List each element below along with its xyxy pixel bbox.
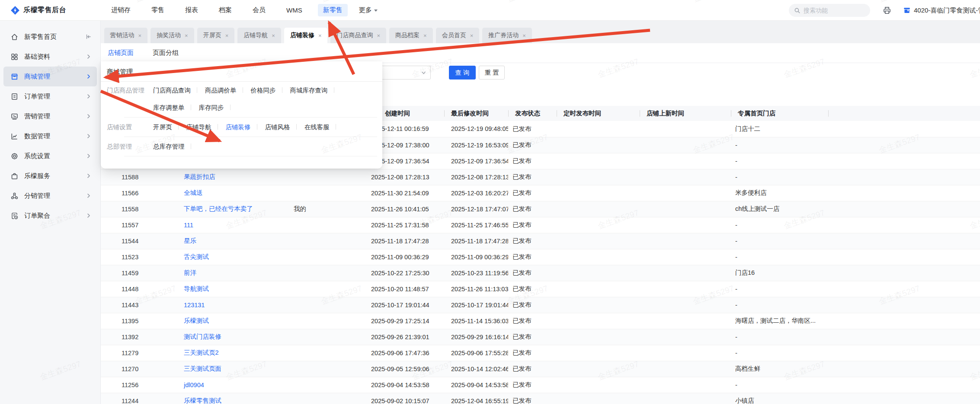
chevron-right-icon[interactable] — [86, 73, 92, 80]
sub-tab[interactable]: 店铺页面 — [108, 43, 134, 63]
top-nav-item[interactable]: 会员 — [247, 4, 271, 16]
chevron-right-icon[interactable] — [86, 153, 92, 159]
function-search[interactable] — [789, 4, 870, 17]
table-header-cell — [828, 106, 980, 121]
sidebar-item[interactable]: 数据管理 — [3, 126, 97, 146]
close-icon[interactable] — [185, 32, 188, 39]
dropdown-menu-item[interactable]: 开屏页 — [153, 124, 185, 130]
dropdown-menu-item[interactable]: 商品调价单 — [205, 87, 249, 94]
sidebar-item[interactable]: 分销管理 — [3, 186, 97, 206]
dropdown-menu-item[interactable]: 库存同步 — [199, 104, 237, 111]
sidebar-item[interactable]: 订单管理 — [3, 86, 97, 106]
cell-scheduled-time — [557, 265, 640, 281]
chevron-right-icon[interactable] — [86, 173, 92, 179]
sidebar-item[interactable]: 乐檬服务 — [3, 166, 97, 186]
cell-created-time: 2025-10-17 19:01:44 — [366, 297, 444, 313]
close-icon[interactable] — [318, 32, 322, 39]
printer-icon[interactable] — [882, 6, 892, 15]
sidebar-item[interactable]: 基础资料 — [3, 47, 97, 67]
page-name-link[interactable]: 123131 — [184, 302, 205, 309]
page-name-link[interactable]: 星乐 — [184, 237, 196, 244]
chevron-right-icon[interactable] — [86, 113, 92, 119]
page-name-link[interactable]: jdl0904 — [184, 382, 204, 388]
page-name-link[interactable]: 下单吧，已经在亏本卖了 — [184, 205, 253, 212]
close-icon[interactable] — [272, 32, 275, 39]
close-icon[interactable] — [225, 32, 229, 39]
chevron-right-icon[interactable] — [86, 54, 92, 60]
page-name-link[interactable]: 导航测试 — [184, 285, 209, 292]
page-name-link[interactable]: 111 — [184, 222, 193, 229]
page-tab[interactable]: 推广券活动 — [482, 28, 532, 43]
sidebar-item[interactable]: 订单聚合 — [3, 206, 97, 226]
cell-modified-time: 2025-10-23 11:19:56 — [444, 265, 508, 281]
sidebar-item[interactable]: 系统设置 — [3, 146, 97, 166]
top-nav-item[interactable]: 新零售 — [318, 4, 348, 16]
cell-modified-time: 2025-09-29 16:16:14 — [444, 329, 508, 345]
sidebar-item-label: 分销管理 — [24, 192, 86, 200]
reset-button[interactable]: 重 置 — [479, 66, 505, 80]
top-nav: 进销存 零售 报表 档案 会员 WMS 新零售 更多 — [101, 4, 378, 16]
page-tab[interactable]: 会员首页 — [436, 28, 480, 43]
page-name-link[interactable]: 乐檬测试 — [184, 317, 209, 324]
app-title: 乐檬零售后台 — [23, 6, 66, 15]
page-tab[interactable]: 开屏页 — [197, 28, 235, 43]
dropdown-menu-item[interactable]: 总库存管理 — [153, 143, 197, 150]
tab-label: 营销活动 — [110, 32, 135, 39]
close-icon[interactable] — [470, 32, 474, 39]
top-nav-item[interactable]: 零售 — [146, 4, 170, 16]
page-name-link[interactable]: 全城送 — [184, 189, 203, 196]
chevron-right-icon[interactable] — [86, 213, 92, 219]
cell-page-id: 11256 — [101, 377, 179, 393]
dropdown-menu-item[interactable]: 门店商品查询 — [153, 87, 203, 94]
chevron-right-icon[interactable] — [86, 133, 92, 139]
sidebar-item[interactable]: 营销管理 — [3, 106, 97, 126]
query-button[interactable]: 查 询 — [449, 66, 476, 80]
top-nav-item[interactable]: WMS — [281, 4, 307, 16]
top-nav-more[interactable]: 更多 — [359, 6, 378, 14]
chevron-right-icon[interactable] — [86, 93, 92, 99]
cell-scheduled-time — [557, 217, 640, 233]
cell-scheduled-time — [557, 201, 640, 217]
cell-store-new-time — [640, 249, 731, 265]
dropdown-menu-item[interactable]: 店铺装修 — [226, 124, 263, 130]
sidebar-item[interactable]: 新零售首页 — [3, 27, 97, 47]
page-tab[interactable]: 营销活动 — [104, 28, 148, 43]
collapse-sidebar-icon[interactable] — [85, 33, 92, 40]
page-name-link[interactable]: 果蔬折扣店 — [184, 173, 215, 180]
sidebar-item[interactable]: 商城管理 — [3, 67, 97, 86]
table-row: 11523 舌尖测试 2025-11-09 00:36:29 2025-11-0… — [101, 249, 980, 265]
close-icon[interactable] — [138, 32, 142, 39]
sidebar-item-label: 订单聚合 — [24, 212, 86, 220]
page-tab[interactable]: 店铺导航 — [237, 28, 281, 43]
search-input[interactable] — [804, 7, 855, 14]
table-header-cell: 发布状态 — [508, 106, 557, 121]
dropdown-menu-item[interactable]: 店铺风格 — [265, 124, 303, 130]
dropdown-menu-item[interactable]: 价格同步 — [251, 87, 288, 94]
page-tab[interactable]: 门店商品查询 — [330, 28, 386, 43]
dropdown-menu-item[interactable]: 库存调整单 — [153, 104, 197, 111]
dropdown-menu-item[interactable]: 商城库存查询 — [290, 87, 340, 94]
page-name-link[interactable]: 乐檬零售测试 — [184, 397, 221, 404]
close-icon[interactable] — [423, 32, 427, 39]
chevron-right-icon[interactable] — [86, 193, 92, 199]
page-name-link[interactable]: 舌尖测试 — [184, 253, 209, 260]
cell-remark — [287, 281, 366, 297]
page-name-link[interactable]: 三关测试页面 — [184, 365, 221, 372]
cell-page-id: 11395 — [101, 313, 179, 329]
dropdown-section: 店铺设置 开屏页 店铺导航 店铺装修 店铺风格 在线客服 — [101, 118, 382, 136]
store-switcher[interactable]: 4020-喜临门零食测试-管 — [903, 6, 980, 15]
page-name-link[interactable]: 前洋 — [184, 269, 196, 276]
page-tab[interactable]: 抽奖活动 — [151, 28, 194, 43]
top-nav-item[interactable]: 档案 — [214, 4, 237, 16]
dropdown-menu-item[interactable]: 在线客服 — [304, 124, 342, 130]
page-tab[interactable]: 店铺装修 — [284, 28, 328, 43]
top-nav-item[interactable]: 报表 — [180, 4, 203, 16]
page-name-link[interactable]: 三关测试页2 — [184, 349, 219, 356]
sub-tab[interactable]: 页面分组 — [153, 43, 179, 63]
close-icon[interactable] — [377, 32, 380, 39]
dropdown-menu-item[interactable]: 店铺导航 — [186, 124, 224, 130]
page-tab[interactable]: 商品档案 — [389, 28, 433, 43]
top-nav-item[interactable]: 进销存 — [106, 4, 136, 16]
close-icon[interactable] — [522, 32, 526, 39]
page-name-link[interactable]: 测试门店装修 — [184, 333, 221, 340]
